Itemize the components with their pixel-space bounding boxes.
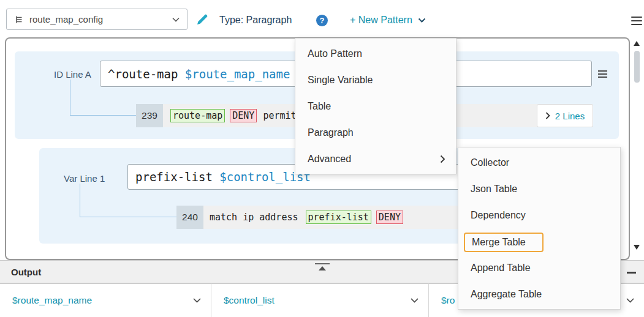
- submenu-item-dependency[interactable]: Dependency: [458, 202, 620, 228]
- collapse-up-triangle-icon: [319, 266, 326, 270]
- collapse-bar-icon: [315, 263, 330, 264]
- menu-item-paragraph[interactable]: Paragraph: [295, 119, 456, 146]
- id-line-label: ID Line A: [54, 69, 91, 80]
- submenu-item-merge-table[interactable]: Merge Table: [458, 228, 620, 255]
- matched-text: permit: [263, 110, 296, 121]
- merge-table-highlight: Merge Table: [464, 233, 544, 252]
- line-number: 239: [136, 104, 163, 127]
- pattern-select-dropdown[interactable]: route_map_config: [6, 9, 188, 30]
- scrollbar-thumb[interactable]: [634, 51, 640, 83]
- menu-item-table[interactable]: Table: [295, 93, 456, 119]
- chevron-down-icon: [411, 298, 419, 303]
- collapse-output-button[interactable]: [315, 263, 330, 270]
- scroll-up-icon[interactable]: [634, 41, 640, 46]
- menu-item-advanced[interactable]: Advanced: [295, 146, 456, 172]
- chevron-down-icon: [172, 17, 180, 22]
- submenu-item-json-table[interactable]: Json Table: [458, 176, 620, 202]
- help-icon[interactable]: ?: [316, 15, 328, 26]
- new-pattern-button[interactable]: + New Pattern: [350, 15, 426, 26]
- pattern-tree-icon: [14, 15, 24, 24]
- matched-keyword-green: route-map: [170, 109, 225, 122]
- drag-handle-icon[interactable]: [598, 70, 607, 78]
- output-column-label: $route_map_name: [12, 295, 92, 306]
- vertical-scrollbar[interactable]: [632, 39, 642, 251]
- chevron-down-icon: [626, 298, 634, 303]
- submenu-item-collector[interactable]: Collector: [458, 149, 620, 176]
- overflow-hamburger-icon[interactable]: [631, 17, 642, 25]
- pattern-editor-app: route_map_config Type: Paragraph ? + New…: [0, 0, 644, 317]
- output-column-label: $ro: [441, 295, 455, 306]
- output-column-route-map-name[interactable]: $route_map_name: [0, 283, 211, 317]
- line-number: 240: [176, 206, 203, 229]
- expand-lines-button[interactable]: 2 Lines: [537, 104, 593, 127]
- expand-lines-label: 2 Lines: [555, 111, 585, 121]
- chevron-down-icon: [418, 18, 426, 23]
- edit-pencil-icon[interactable]: [195, 13, 209, 26]
- pattern-variable: $route_map_name: [185, 67, 290, 81]
- var-line-label: Var Line 1: [64, 173, 105, 184]
- matched-text: match ip address: [210, 212, 298, 223]
- pattern-type-label: Type: Paragraph: [219, 15, 292, 26]
- advanced-submenu: Collector Json Table Dependency Merge Ta…: [458, 147, 621, 310]
- minimize-output-button[interactable]: [627, 272, 636, 274]
- submenu-item-append-table[interactable]: Append Table: [458, 255, 620, 281]
- submenu-item-aggregate-table[interactable]: Aggregate Table: [458, 281, 620, 307]
- pencil-icon: [195, 13, 209, 26]
- connector-line: [70, 80, 136, 116]
- chevron-down-icon: [193, 298, 201, 303]
- matched-keyword-red: DENY: [230, 109, 257, 122]
- pattern-select-value: route_map_config: [29, 14, 167, 24]
- new-pattern-label: + New Pattern: [350, 15, 412, 26]
- menu-item-single-variable[interactable]: Single Variable: [295, 67, 456, 93]
- output-column-control-list[interactable]: $control_list: [211, 283, 429, 317]
- matched-keyword-green: prefix-list: [306, 211, 371, 224]
- scroll-down-icon[interactable]: [634, 245, 640, 250]
- output-title: Output: [11, 267, 41, 277]
- chevron-right-icon: [440, 155, 445, 163]
- output-column-label: $control_list: [224, 295, 275, 306]
- menu-item-advanced-label: Advanced: [308, 154, 351, 164]
- menu-item-auto-pattern[interactable]: Auto Pattern: [295, 40, 456, 67]
- matched-keyword-red: DENY: [376, 211, 403, 224]
- chevron-right-icon: [545, 112, 550, 119]
- connector-line: [80, 184, 176, 217]
- new-pattern-menu: Auto Pattern Single Variable Table Parag…: [295, 38, 456, 174]
- pattern-text: ^route-map: [108, 67, 185, 81]
- pattern-text: prefix-list: [135, 170, 219, 184]
